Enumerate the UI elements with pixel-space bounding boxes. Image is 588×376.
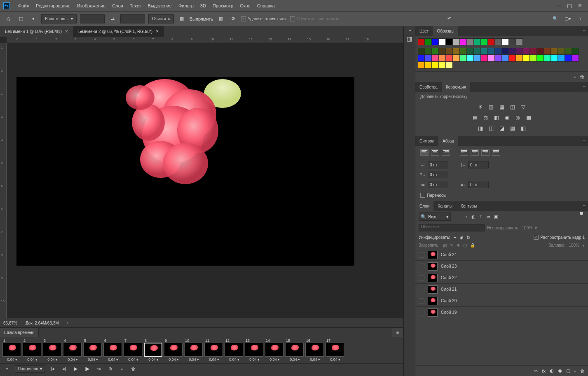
frame-item[interactable]: 120,04▾ bbox=[225, 339, 244, 362]
frame-item[interactable]: 50,04▾ bbox=[83, 339, 103, 362]
panel-menu-icon[interactable]: ≡ bbox=[581, 82, 588, 92]
chevron-down-icon[interactable]: ▾ bbox=[35, 357, 37, 362]
layer-name[interactable]: Слой 24 bbox=[441, 252, 457, 257]
indent-right-input[interactable] bbox=[468, 161, 489, 168]
duplicate-icon[interactable]: ⊕ bbox=[107, 365, 114, 373]
tab-swatches[interactable]: Образцы bbox=[433, 26, 458, 36]
swatch[interactable] bbox=[446, 55, 453, 62]
layer-name[interactable]: Слой 23 bbox=[441, 264, 457, 269]
width-input[interactable] bbox=[80, 14, 105, 23]
swatch[interactable] bbox=[516, 38, 523, 45]
link-icon[interactable]: ⚯ bbox=[534, 368, 538, 374]
mixer-icon[interactable]: ◎ bbox=[514, 114, 522, 121]
tab-properties[interactable]: Свойства bbox=[415, 82, 442, 92]
tab-layers[interactable]: Слои bbox=[415, 201, 433, 211]
swatch[interactable] bbox=[432, 48, 439, 55]
swatch[interactable] bbox=[467, 48, 474, 55]
exposure-icon[interactable]: ◫ bbox=[509, 103, 516, 110]
layer-thumbnail[interactable] bbox=[428, 262, 438, 271]
chevron-right-icon[interactable]: › bbox=[67, 321, 68, 325]
prev-frame-button[interactable]: ◂| bbox=[61, 365, 68, 373]
chevron-down-icon[interactable]: ▾ bbox=[15, 357, 17, 362]
justify-center-button[interactable] bbox=[471, 149, 479, 156]
tab-paragraph[interactable]: Абзац bbox=[438, 136, 458, 146]
lock-transparency-icon[interactable]: ▨ bbox=[443, 243, 447, 248]
menu-Изображение[interactable]: Изображение bbox=[74, 0, 109, 11]
hyphenate-checkbox[interactable]: Переносы bbox=[420, 193, 583, 198]
swatch[interactable] bbox=[425, 38, 432, 45]
justify-right-button[interactable] bbox=[481, 149, 490, 156]
space-after-input[interactable] bbox=[468, 181, 489, 188]
menu-Выделение[interactable]: Выделение bbox=[145, 0, 175, 11]
chevron-down-icon[interactable]: ▾ bbox=[29, 14, 38, 23]
ruler-horizontal[interactable]: 0123456789101112131415161718 bbox=[7, 37, 403, 43]
swatch[interactable] bbox=[565, 55, 572, 62]
timeline-menu-icon[interactable]: ≡ bbox=[3, 365, 11, 373]
group-icon[interactable]: ▢ bbox=[566, 368, 570, 374]
frame-item[interactable]: 80,04▾ bbox=[144, 339, 163, 362]
frame-item[interactable]: 150,04▾ bbox=[285, 339, 305, 362]
chevron-down-icon[interactable]: ▾ bbox=[157, 357, 159, 362]
swatch[interactable] bbox=[467, 38, 474, 45]
brightness-icon[interactable]: ☀ bbox=[477, 103, 484, 110]
tween-icon[interactable]: ↝ bbox=[95, 365, 103, 373]
swatch[interactable] bbox=[495, 55, 502, 62]
lock-artboard-icon[interactable]: ▢ bbox=[463, 243, 467, 248]
swatch[interactable] bbox=[481, 38, 488, 45]
home-icon[interactable]: ⌂ bbox=[3, 14, 13, 24]
layer-thumbnail[interactable] bbox=[428, 274, 438, 282]
threshold-icon[interactable]: ◪ bbox=[498, 124, 506, 132]
straighten-icon[interactable]: ▦ bbox=[177, 14, 186, 23]
close-icon[interactable]: × bbox=[156, 28, 159, 34]
layer-name[interactable]: Слой 20 bbox=[441, 299, 457, 303]
chevron-down-icon[interactable]: ▾ bbox=[298, 357, 300, 362]
filter-adjust-icon[interactable]: ◐ bbox=[471, 214, 476, 220]
layer-thumbnail[interactable] bbox=[428, 251, 438, 259]
tab-channels[interactable]: Каналы bbox=[433, 201, 457, 211]
swatch[interactable] bbox=[453, 48, 460, 55]
image-canvas[interactable] bbox=[16, 77, 354, 266]
layer-row[interactable]: Слой 22 bbox=[415, 272, 588, 284]
menu-Слои[interactable]: Слои bbox=[109, 0, 127, 11]
layer-thumbnail[interactable] bbox=[428, 297, 438, 305]
next-frame-button[interactable]: |▶ bbox=[84, 365, 91, 373]
menu-Редактирование[interactable]: Редактирование bbox=[33, 0, 74, 11]
indent-left-input[interactable] bbox=[428, 161, 448, 168]
swatch[interactable] bbox=[474, 38, 481, 45]
align-center-button[interactable] bbox=[431, 149, 439, 156]
lock-position-icon[interactable]: ✥ bbox=[457, 243, 460, 248]
invert-icon[interactable]: ◨ bbox=[477, 124, 484, 132]
frame-item[interactable]: 140,04▾ bbox=[265, 339, 284, 362]
hue-icon[interactable]: ▤ bbox=[471, 114, 479, 121]
balance-icon[interactable]: ⚖ bbox=[482, 114, 490, 121]
chevron-down-icon[interactable]: ▾ bbox=[177, 357, 179, 362]
filter-type-icon[interactable]: T bbox=[480, 214, 483, 220]
swatch[interactable] bbox=[509, 38, 516, 45]
chevron-down-icon[interactable]: ▾ bbox=[76, 357, 78, 362]
new-layer-icon[interactable]: ▫ bbox=[574, 369, 576, 374]
search-icon[interactable]: 🔍 bbox=[551, 14, 560, 23]
zoom-level[interactable]: 66,67% bbox=[3, 321, 17, 325]
loop-dropdown[interactable]: Постоянно▾ bbox=[15, 365, 45, 373]
swatch[interactable] bbox=[523, 55, 530, 62]
tool-icon[interactable]: ▥ bbox=[407, 35, 412, 42]
swatch[interactable] bbox=[572, 55, 579, 62]
chevron-down-icon[interactable]: ▾ bbox=[217, 357, 219, 362]
panel-menu-icon[interactable]: ≡ bbox=[581, 201, 588, 211]
lock-pixels-icon[interactable]: ✎ bbox=[450, 243, 453, 248]
first-frame-button[interactable]: |◂ bbox=[49, 365, 56, 373]
layer-row[interactable]: Слой 19 bbox=[415, 307, 588, 318]
fill-value[interactable]: 100% bbox=[569, 243, 579, 248]
swatch[interactable] bbox=[439, 48, 446, 55]
swap-icon[interactable]: ⇄ bbox=[108, 14, 117, 23]
frame-item[interactable]: 130,04▾ bbox=[245, 339, 264, 362]
document-tab[interactable]: Безимени-2 @ 66,7% (Слой 1, RGB/8*)× bbox=[73, 26, 164, 37]
swatch[interactable] bbox=[502, 55, 509, 62]
chevron-down-icon[interactable]: ▾ bbox=[197, 357, 199, 362]
swatch[interactable] bbox=[502, 38, 509, 45]
vibrance-icon[interactable]: ▽ bbox=[520, 103, 527, 110]
tab-adjustments[interactable]: Коррекция bbox=[442, 82, 470, 92]
bw-icon[interactable]: ◧ bbox=[493, 114, 500, 121]
levels-icon[interactable]: ▥ bbox=[487, 103, 495, 110]
swatch[interactable] bbox=[481, 55, 488, 62]
